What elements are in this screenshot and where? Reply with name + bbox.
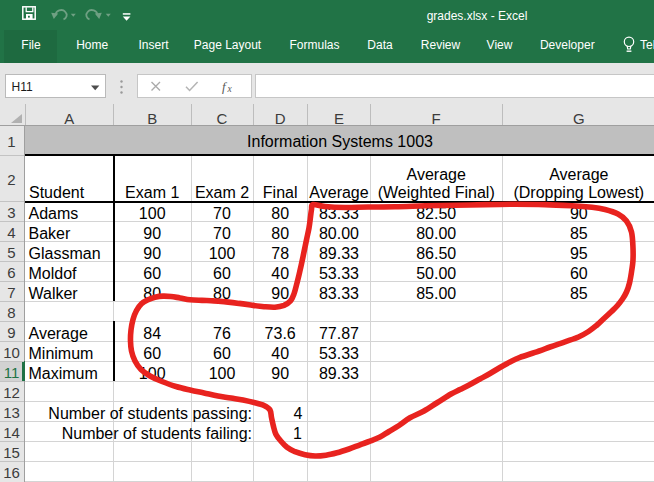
svg-text:x: x	[227, 84, 233, 94]
